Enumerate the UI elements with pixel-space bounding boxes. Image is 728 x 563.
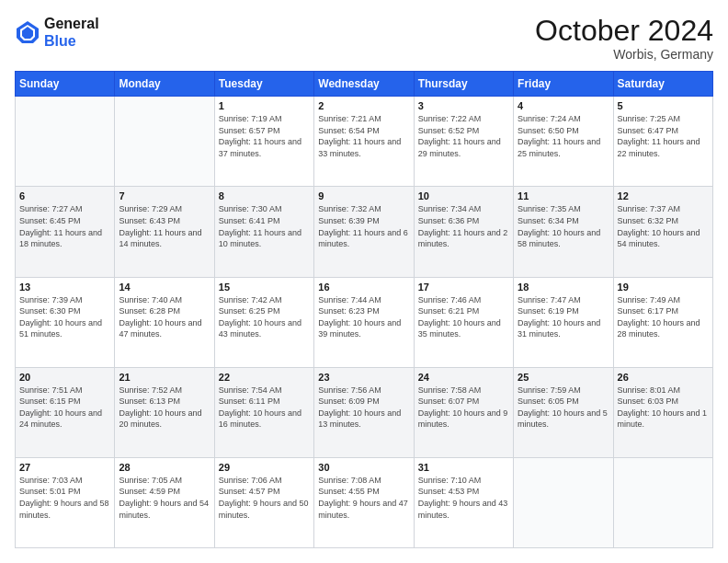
calendar-cell: 4Sunrise: 7:24 AM Sunset: 6:50 PM Daylig… — [514, 97, 613, 187]
calendar-cell: 31Sunrise: 7:10 AM Sunset: 4:53 PM Dayli… — [414, 457, 513, 547]
day-number: 25 — [518, 372, 609, 383]
day-number: 31 — [418, 462, 509, 473]
day-number: 7 — [119, 190, 210, 201]
cell-info: Sunrise: 7:47 AM Sunset: 6:19 PM Dayligh… — [518, 294, 609, 340]
logo-text: General Blue — [44, 15, 99, 50]
calendar-cell: 28Sunrise: 7:05 AM Sunset: 4:59 PM Dayli… — [115, 457, 214, 547]
cell-info: Sunrise: 7:52 AM Sunset: 6:13 PM Dayligh… — [119, 385, 210, 431]
cell-info: Sunrise: 7:06 AM Sunset: 4:57 PM Dayligh… — [219, 475, 310, 521]
calendar-cell — [514, 457, 613, 547]
calendar-cell: 8Sunrise: 7:30 AM Sunset: 6:41 PM Daylig… — [214, 187, 313, 277]
calendar-cell — [16, 97, 115, 187]
day-header-friday: Friday — [514, 72, 613, 97]
day-number: 3 — [418, 100, 509, 111]
day-number: 9 — [318, 190, 409, 201]
day-number: 23 — [318, 372, 409, 383]
cell-info: Sunrise: 7:54 AM Sunset: 6:11 PM Dayligh… — [219, 385, 310, 431]
calendar-week-row: 13Sunrise: 7:39 AM Sunset: 6:30 PM Dayli… — [16, 277, 713, 367]
cell-info: Sunrise: 7:44 AM Sunset: 6:23 PM Dayligh… — [318, 294, 409, 340]
cell-info: Sunrise: 7:27 AM Sunset: 6:45 PM Dayligh… — [19, 203, 110, 249]
page: General Blue October 2024 Worbis, German… — [0, 0, 728, 563]
cell-info: Sunrise: 7:46 AM Sunset: 6:21 PM Dayligh… — [418, 294, 509, 340]
calendar-cell: 2Sunrise: 7:21 AM Sunset: 6:54 PM Daylig… — [314, 97, 414, 187]
calendar-cell: 30Sunrise: 7:08 AM Sunset: 4:55 PM Dayli… — [314, 457, 414, 547]
cell-info: Sunrise: 7:25 AM Sunset: 6:47 PM Dayligh… — [618, 113, 709, 159]
cell-info: Sunrise: 7:34 AM Sunset: 6:36 PM Dayligh… — [418, 203, 509, 249]
calendar-cell: 21Sunrise: 7:52 AM Sunset: 6:13 PM Dayli… — [115, 367, 214, 457]
day-number: 24 — [418, 372, 509, 383]
day-number: 17 — [418, 282, 509, 293]
cell-info: Sunrise: 7:22 AM Sunset: 6:52 PM Dayligh… — [418, 113, 509, 159]
day-number: 2 — [318, 100, 409, 111]
day-number: 22 — [219, 372, 310, 383]
calendar-cell: 29Sunrise: 7:06 AM Sunset: 4:57 PM Dayli… — [214, 457, 313, 547]
cell-info: Sunrise: 7:21 AM Sunset: 6:54 PM Dayligh… — [318, 113, 409, 159]
calendar-week-row: 27Sunrise: 7:03 AM Sunset: 5:01 PM Dayli… — [16, 457, 713, 547]
header: General Blue October 2024 Worbis, German… — [15, 15, 713, 62]
logo: General Blue — [15, 15, 99, 50]
calendar-cell: 27Sunrise: 7:03 AM Sunset: 5:01 PM Dayli… — [16, 457, 115, 547]
calendar-cell: 11Sunrise: 7:35 AM Sunset: 6:34 PM Dayli… — [514, 187, 613, 277]
day-number: 27 — [19, 462, 110, 473]
day-header-monday: Monday — [115, 72, 214, 97]
calendar-cell: 26Sunrise: 8:01 AM Sunset: 6:03 PM Dayli… — [613, 367, 712, 457]
cell-info: Sunrise: 7:32 AM Sunset: 6:39 PM Dayligh… — [318, 203, 409, 249]
day-number: 8 — [219, 190, 310, 201]
day-header-saturday: Saturday — [613, 72, 712, 97]
day-number: 21 — [119, 372, 210, 383]
day-number: 18 — [518, 282, 609, 293]
day-number: 14 — [119, 282, 210, 293]
calendar-cell: 17Sunrise: 7:46 AM Sunset: 6:21 PM Dayli… — [414, 277, 513, 367]
calendar-cell: 10Sunrise: 7:34 AM Sunset: 6:36 PM Dayli… — [414, 187, 513, 277]
calendar-cell — [115, 97, 214, 187]
cell-info: Sunrise: 7:56 AM Sunset: 6:09 PM Dayligh… — [318, 385, 409, 431]
calendar-cell: 13Sunrise: 7:39 AM Sunset: 6:30 PM Dayli… — [16, 277, 115, 367]
calendar-cell: 3Sunrise: 7:22 AM Sunset: 6:52 PM Daylig… — [414, 97, 513, 187]
location: Worbis, Germany — [535, 47, 713, 62]
day-number: 12 — [618, 190, 709, 201]
cell-info: Sunrise: 7:39 AM Sunset: 6:30 PM Dayligh… — [19, 294, 110, 340]
day-number: 19 — [618, 282, 709, 293]
month-title: October 2024 — [535, 15, 713, 47]
day-number: 13 — [19, 282, 110, 293]
calendar-cell: 14Sunrise: 7:40 AM Sunset: 6:28 PM Dayli… — [115, 277, 214, 367]
calendar-week-row: 6Sunrise: 7:27 AM Sunset: 6:45 PM Daylig… — [16, 187, 713, 277]
day-number: 1 — [219, 100, 310, 111]
day-header-tuesday: Tuesday — [214, 72, 313, 97]
calendar-body: 1Sunrise: 7:19 AM Sunset: 6:57 PM Daylig… — [16, 97, 713, 548]
calendar-cell: 24Sunrise: 7:58 AM Sunset: 6:07 PM Dayli… — [414, 367, 513, 457]
calendar-cell: 19Sunrise: 7:49 AM Sunset: 6:17 PM Dayli… — [613, 277, 712, 367]
cell-info: Sunrise: 7:40 AM Sunset: 6:28 PM Dayligh… — [119, 294, 210, 340]
cell-info: Sunrise: 7:08 AM Sunset: 4:55 PM Dayligh… — [318, 475, 409, 521]
day-header-wednesday: Wednesday — [314, 72, 414, 97]
day-number: 29 — [219, 462, 310, 473]
cell-info: Sunrise: 7:30 AM Sunset: 6:41 PM Dayligh… — [219, 203, 310, 249]
day-number: 15 — [219, 282, 310, 293]
day-number: 6 — [19, 190, 110, 201]
cell-info: Sunrise: 7:03 AM Sunset: 5:01 PM Dayligh… — [19, 475, 110, 521]
day-number: 11 — [518, 190, 609, 201]
cell-info: Sunrise: 7:42 AM Sunset: 6:25 PM Dayligh… — [219, 294, 310, 340]
cell-info: Sunrise: 8:01 AM Sunset: 6:03 PM Dayligh… — [618, 385, 709, 431]
logo-icon — [15, 19, 40, 45]
calendar-cell — [613, 457, 712, 547]
day-header-thursday: Thursday — [414, 72, 513, 97]
calendar-cell: 6Sunrise: 7:27 AM Sunset: 6:45 PM Daylig… — [16, 187, 115, 277]
cell-info: Sunrise: 7:49 AM Sunset: 6:17 PM Dayligh… — [618, 294, 709, 340]
day-number: 10 — [418, 190, 509, 201]
calendar-cell: 23Sunrise: 7:56 AM Sunset: 6:09 PM Dayli… — [314, 367, 414, 457]
calendar-cell: 15Sunrise: 7:42 AM Sunset: 6:25 PM Dayli… — [214, 277, 313, 367]
calendar-week-row: 1Sunrise: 7:19 AM Sunset: 6:57 PM Daylig… — [16, 97, 713, 187]
calendar-header-row: SundayMondayTuesdayWednesdayThursdayFrid… — [16, 72, 713, 97]
calendar-cell: 7Sunrise: 7:29 AM Sunset: 6:43 PM Daylig… — [115, 187, 214, 277]
cell-info: Sunrise: 7:59 AM Sunset: 6:05 PM Dayligh… — [518, 385, 609, 431]
calendar-cell: 18Sunrise: 7:47 AM Sunset: 6:19 PM Dayli… — [514, 277, 613, 367]
day-number: 5 — [618, 100, 709, 111]
cell-info: Sunrise: 7:10 AM Sunset: 4:53 PM Dayligh… — [418, 475, 509, 521]
cell-info: Sunrise: 7:51 AM Sunset: 6:15 PM Dayligh… — [19, 385, 110, 431]
calendar-cell: 22Sunrise: 7:54 AM Sunset: 6:11 PM Dayli… — [214, 367, 313, 457]
calendar-cell: 1Sunrise: 7:19 AM Sunset: 6:57 PM Daylig… — [214, 97, 313, 187]
day-number: 20 — [19, 372, 110, 383]
calendar-cell: 9Sunrise: 7:32 AM Sunset: 6:39 PM Daylig… — [314, 187, 414, 277]
calendar-table: SundayMondayTuesdayWednesdayThursdayFrid… — [15, 71, 713, 548]
